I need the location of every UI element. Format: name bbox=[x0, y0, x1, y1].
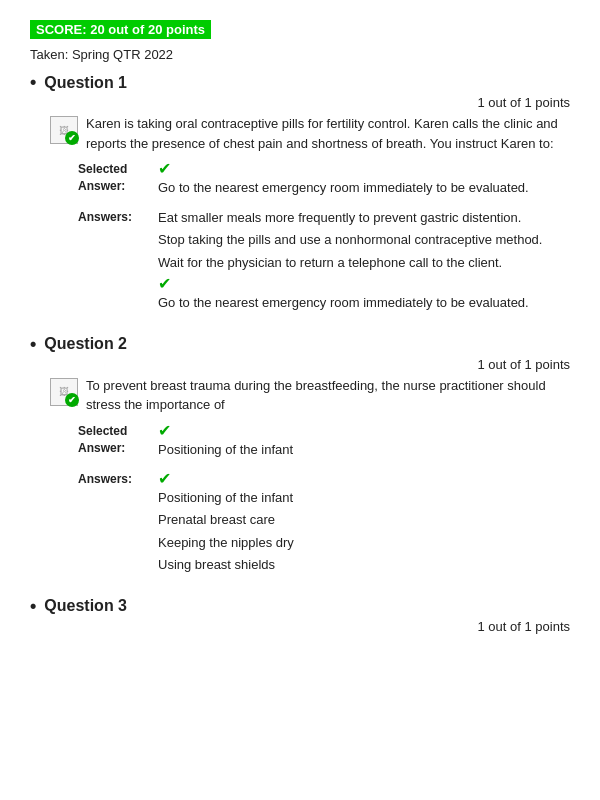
answers-content-1: Eat smaller meals more frequently to pre… bbox=[158, 209, 570, 316]
answer-2-2: Keeping the nipples dry bbox=[158, 534, 570, 552]
question-1-answers-row: Answers: Eat smaller meals more frequent… bbox=[78, 209, 570, 316]
bullet-2: • bbox=[30, 334, 36, 355]
selected-answer-text-2: Positioning of the infant bbox=[158, 441, 570, 459]
question-1-points: 1 out of 1 points bbox=[30, 95, 570, 110]
answer-2-1: Prenatal breast care bbox=[158, 511, 570, 529]
answer-2-0: ✔ Positioning of the infant bbox=[158, 471, 570, 507]
question-3-block: • Question 3 1 out of 1 points bbox=[30, 596, 570, 634]
selected-answer-label-2: SelectedAnswer: bbox=[78, 423, 158, 463]
answer-1-2: Wait for the physician to return a telep… bbox=[158, 254, 570, 272]
question-2-points: 1 out of 1 points bbox=[30, 357, 570, 372]
selected-answer-label-1: SelectedAnswer: bbox=[78, 161, 158, 201]
question-2-text: To prevent breast trauma during the brea… bbox=[86, 376, 570, 415]
answer-2-3: Using breast shields bbox=[158, 556, 570, 574]
check-overlay-2: ✔ bbox=[65, 393, 79, 407]
question-2-body: 🖼 ✔ To prevent breast trauma during the … bbox=[50, 376, 570, 415]
question-3-title: Question 3 bbox=[44, 597, 127, 615]
question-2-checkbox-icon: 🖼 ✔ bbox=[50, 378, 78, 406]
question-2-block: • Question 2 1 out of 1 points 🖼 ✔ To pr… bbox=[30, 334, 570, 578]
answer-1-0: Eat smaller meals more frequently to pre… bbox=[158, 209, 570, 227]
question-2-title: Question 2 bbox=[44, 335, 127, 353]
answers-label-1: Answers: bbox=[78, 209, 158, 316]
question-1-block: • Question 1 1 out of 1 points 🖼 ✔ Karen… bbox=[30, 72, 570, 316]
selected-answer-content-1: ✔ Go to the nearest emergency room immed… bbox=[158, 161, 570, 201]
check-overlay-1: ✔ bbox=[65, 131, 79, 145]
question-1-header: • Question 1 bbox=[30, 72, 570, 93]
question-1-text: Karen is taking oral contraceptive pills… bbox=[86, 114, 570, 153]
question-1-title: Question 1 bbox=[44, 74, 127, 92]
question-2-header: • Question 2 bbox=[30, 334, 570, 355]
answers-content-2: ✔ Positioning of the infant Prenatal bre… bbox=[158, 471, 570, 578]
answers-check-icon-2-0: ✔ bbox=[158, 471, 570, 487]
question-3-points: 1 out of 1 points bbox=[30, 619, 570, 634]
answer-1-1: Stop taking the pills and use a nonhormo… bbox=[158, 231, 570, 249]
answers-check-icon-1-3: ✔ bbox=[158, 276, 570, 292]
answer-1-3: ✔ Go to the nearest emergency room immed… bbox=[158, 276, 570, 312]
question-1-selected-answer-row: SelectedAnswer: ✔ Go to the nearest emer… bbox=[78, 161, 570, 201]
selected-answer-content-2: ✔ Positioning of the infant bbox=[158, 423, 570, 463]
selected-check-icon-1: ✔ bbox=[158, 161, 570, 177]
question-2-answers-row: Answers: ✔ Positioning of the infant Pre… bbox=[78, 471, 570, 578]
selected-answer-text-1: Go to the nearest emergency room immedia… bbox=[158, 179, 570, 197]
bullet-1: • bbox=[30, 72, 36, 93]
question-1-body: 🖼 ✔ Karen is taking oral contraceptive p… bbox=[50, 114, 570, 153]
question-3-header: • Question 3 bbox=[30, 596, 570, 617]
taken-label: Taken: Spring QTR 2022 bbox=[30, 47, 570, 62]
score-badge: SCORE: 20 out of 20 points bbox=[30, 20, 570, 47]
question-2-answers-table: SelectedAnswer: ✔ Positioning of the inf… bbox=[78, 423, 570, 578]
question-1-answers-table: SelectedAnswer: ✔ Go to the nearest emer… bbox=[78, 161, 570, 316]
question-1-checkbox-icon: 🖼 ✔ bbox=[50, 116, 78, 144]
selected-check-icon-2: ✔ bbox=[158, 423, 570, 439]
question-2-selected-answer-row: SelectedAnswer: ✔ Positioning of the inf… bbox=[78, 423, 570, 463]
bullet-3: • bbox=[30, 596, 36, 617]
answers-label-2: Answers: bbox=[78, 471, 158, 578]
